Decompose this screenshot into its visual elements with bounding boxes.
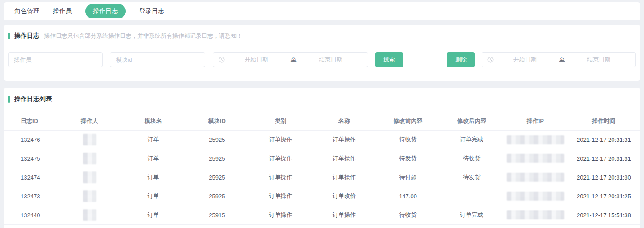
redacted-ip xyxy=(507,210,564,219)
cell-module-id: 25915 xyxy=(185,206,249,224)
cell-category: 订单操作 xyxy=(249,206,312,224)
cell-module-name: 订单 xyxy=(122,149,185,168)
col-module-id: 模块ID xyxy=(185,112,249,130)
col-operator: 操作人 xyxy=(58,112,122,130)
col-operation-time: 操作时间 xyxy=(567,112,640,130)
cell-operation-ip xyxy=(504,149,567,168)
cell-module-name: 订单 xyxy=(122,206,185,224)
redacted-ip xyxy=(507,135,564,144)
module-id-input[interactable] xyxy=(110,52,205,67)
table-row: 132476 订单 25925 订单操作 订单操作 待收货 订单完成 2021-… xyxy=(4,130,640,149)
filter-section-hint: 操作日志只包含部分系统操作日志，并非系统所有操作都记录日志，请悉知！ xyxy=(44,32,242,40)
redacted-operator xyxy=(83,190,96,202)
log-table-body: 132476 订单 25925 订单操作 订单操作 待收货 订单完成 2021-… xyxy=(4,130,640,224)
tab-role-management[interactable]: 角色管理 xyxy=(14,7,39,15)
redacted-ip xyxy=(507,173,564,182)
tab-operator[interactable]: 操作员 xyxy=(53,7,72,15)
cell-operator xyxy=(58,206,122,224)
cell-name: 订单操作 xyxy=(312,206,376,224)
clock-icon xyxy=(219,57,225,63)
filter-section-header: 操作日志 操作日志只包含部分系统操作日志，并非系统所有操作都记录日志，请悉知！ xyxy=(8,32,636,40)
cell-after-content: 待发货 xyxy=(440,168,504,187)
col-name: 名称 xyxy=(312,112,376,130)
cell-operation-time: 2021-12-17 20:31:25 xyxy=(567,187,640,206)
table-row: 132440 订单 25915 订单操作 订单操作 待收货 订单完成 2021-… xyxy=(4,206,640,224)
cell-log-id: 132473 xyxy=(4,187,58,206)
tab-operation-log[interactable]: 操作日志 xyxy=(85,4,126,18)
date-range-separator: 至 xyxy=(556,56,567,64)
cell-before-content: 待发货 xyxy=(376,149,440,168)
cell-module-name: 订单 xyxy=(122,168,185,187)
cell-after-content: 待收货 xyxy=(440,149,504,168)
section-accent-bar xyxy=(8,96,10,103)
col-category: 类别 xyxy=(249,112,312,130)
cell-operator xyxy=(58,168,122,187)
col-module-name: 模块名 xyxy=(122,112,185,130)
cell-operation-ip xyxy=(504,206,567,224)
cell-module-name: 订单 xyxy=(122,130,185,149)
table-row: 132474 订单 25925 订单操作 订单操作 待付款 待发货 2021-1… xyxy=(4,168,640,187)
cell-operator xyxy=(58,130,122,149)
cell-before-content: 待收货 xyxy=(376,206,440,224)
filter-section-title: 操作日志 xyxy=(14,32,39,40)
col-after-content: 修改后内容 xyxy=(440,112,504,130)
operator-input[interactable] xyxy=(8,52,103,67)
filter-card: 操作日志 操作日志只包含部分系统操作日志，并非系统所有操作都记录日志，请悉知！ … xyxy=(4,25,640,81)
delete-date-range-picker[interactable]: 开始日期 至 结束日期 xyxy=(482,52,636,67)
cell-module-id: 25925 xyxy=(185,168,249,187)
list-section-title: 操作日志列表 xyxy=(14,95,52,103)
delete-button[interactable]: 删除 xyxy=(447,52,475,67)
table-row: 132473 订单 25925 订单操作 订单改价 147.00 2021-12… xyxy=(4,187,640,206)
filter-row: 开始日期 至 结束日期 搜索 删除 开始日期 至 结束日期 xyxy=(8,52,636,67)
cell-before-content: 147.00 xyxy=(376,187,440,206)
cell-category: 订单操作 xyxy=(249,187,312,206)
cell-before-content: 待收货 xyxy=(376,130,440,149)
search-date-range-picker[interactable]: 开始日期 至 结束日期 xyxy=(213,52,368,67)
cell-operation-time: 2021-12-17 20:31:30 xyxy=(567,168,640,187)
cell-operation-ip xyxy=(504,187,567,206)
tab-bar: 角色管理 操作员 操作日志 登录日志 xyxy=(4,2,640,20)
end-date-placeholder[interactable]: 结束日期 xyxy=(567,56,630,64)
cell-after-content: 订单完成 xyxy=(440,130,504,149)
end-date-placeholder[interactable]: 结束日期 xyxy=(299,56,362,64)
cell-operation-time: 2021-12-17 15:51:38 xyxy=(567,206,640,224)
redacted-operator xyxy=(83,171,96,183)
cell-category: 订单操作 xyxy=(249,149,312,168)
search-button[interactable]: 搜索 xyxy=(375,52,403,67)
cell-module-id: 25925 xyxy=(185,187,249,206)
log-list-card: 操作日志列表 日志ID 操作人 模块名 模块ID 类别 名称 修改前内容 修改后… xyxy=(4,88,640,228)
cell-operation-ip xyxy=(504,168,567,187)
cell-after-content: 订单完成 xyxy=(440,206,504,224)
cell-name: 订单操作 xyxy=(312,168,376,187)
start-date-placeholder[interactable]: 开始日期 xyxy=(225,56,288,64)
redacted-operator xyxy=(83,209,96,221)
cell-log-id: 132476 xyxy=(4,130,58,149)
cell-operator xyxy=(58,187,122,206)
tab-login-log[interactable]: 登录日志 xyxy=(139,7,164,15)
cell-log-id: 132475 xyxy=(4,149,58,168)
operation-log-table: 日志ID 操作人 模块名 模块ID 类别 名称 修改前内容 修改后内容 操作IP… xyxy=(4,112,640,225)
cell-module-name: 订单 xyxy=(122,187,185,206)
cell-category: 订单操作 xyxy=(249,130,312,149)
start-date-placeholder[interactable]: 开始日期 xyxy=(494,56,556,64)
cell-operation-time: 2021-12-17 20:31:31 xyxy=(567,130,640,149)
cell-category: 订单操作 xyxy=(249,168,312,187)
section-accent-bar xyxy=(8,33,10,39)
cell-name: 订单操作 xyxy=(312,149,376,168)
cell-name: 订单操作 xyxy=(312,130,376,149)
cell-after-content xyxy=(440,187,504,206)
redacted-ip xyxy=(507,192,564,201)
col-before-content: 修改前内容 xyxy=(376,112,440,130)
cell-operator xyxy=(58,149,122,168)
date-range-separator: 至 xyxy=(288,56,299,64)
table-header-row: 日志ID 操作人 模块名 模块ID 类别 名称 修改前内容 修改后内容 操作IP… xyxy=(4,112,640,130)
list-section-header: 操作日志列表 xyxy=(4,95,640,103)
cell-operation-time: 2021-12-17 20:31:31 xyxy=(567,149,640,168)
cell-operation-ip xyxy=(504,130,567,149)
cell-module-id: 25925 xyxy=(185,149,249,168)
cell-module-id: 25925 xyxy=(185,130,249,149)
cell-log-id: 132440 xyxy=(4,206,58,224)
redacted-operator xyxy=(83,153,96,164)
cell-log-id: 132474 xyxy=(4,168,58,187)
cell-before-content: 待付款 xyxy=(376,168,440,187)
